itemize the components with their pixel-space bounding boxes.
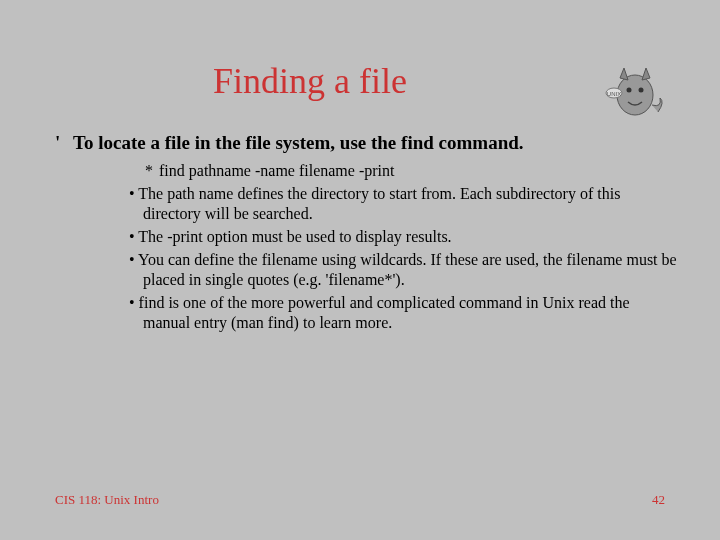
svg-text:UNIX: UNIX: [607, 91, 621, 97]
main-point: To locate a file in the file system, use…: [55, 132, 680, 154]
slide-number: 42: [652, 492, 665, 508]
bullet-item: The -print option must be used to displa…: [129, 227, 680, 247]
svg-point-1: [627, 88, 632, 93]
svg-point-2: [639, 88, 644, 93]
svg-point-0: [617, 75, 653, 115]
syntax-line: find pathname -name filename -print: [145, 162, 680, 180]
devil-mascot-icon: UNIX: [600, 60, 670, 120]
footer-left: CIS 118: Unix Intro: [55, 492, 159, 508]
bullet-item: find is one of the more powerful and com…: [129, 293, 680, 333]
slide-content: To locate a file in the file system, use…: [0, 132, 720, 333]
bullet-item: You can define the filename using wildca…: [129, 250, 680, 290]
sublist: find pathname -name filename -print The …: [145, 162, 680, 333]
slide-footer: CIS 118: Unix Intro 42: [0, 492, 720, 508]
bullet-item: The path name defines the directory to s…: [129, 184, 680, 224]
